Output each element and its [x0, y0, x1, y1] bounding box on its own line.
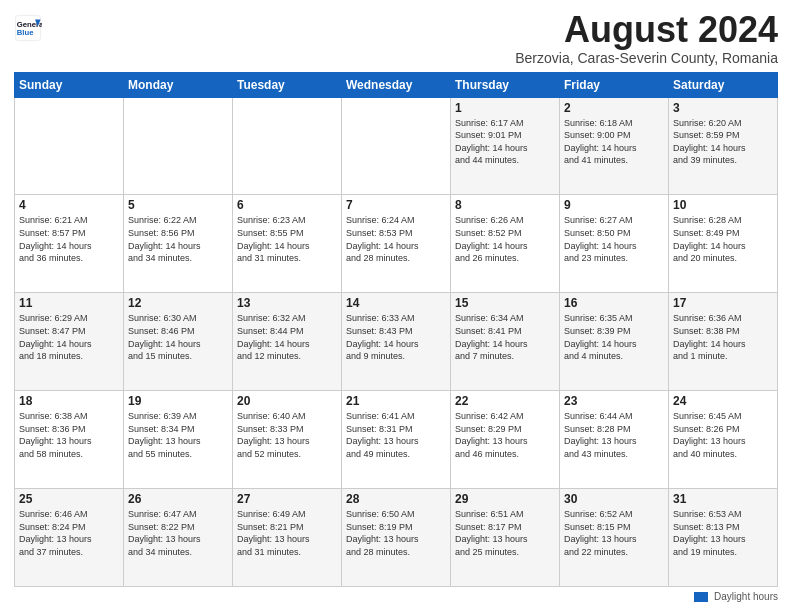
day-info: Sunrise: 6:40 AM Sunset: 8:33 PM Dayligh…	[237, 410, 337, 460]
day-info: Sunrise: 6:17 AM Sunset: 9:01 PM Dayligh…	[455, 117, 555, 167]
day-info: Sunrise: 6:30 AM Sunset: 8:46 PM Dayligh…	[128, 312, 228, 362]
calendar-day: 22Sunrise: 6:42 AM Sunset: 8:29 PM Dayli…	[451, 391, 560, 489]
calendar-day: 7Sunrise: 6:24 AM Sunset: 8:53 PM Daylig…	[342, 195, 451, 293]
day-number: 23	[564, 394, 664, 408]
day-info: Sunrise: 6:34 AM Sunset: 8:41 PM Dayligh…	[455, 312, 555, 362]
top-section: General Blue August 2024 Berzovia, Caras…	[14, 10, 778, 66]
calendar-day: 2Sunrise: 6:18 AM Sunset: 9:00 PM Daylig…	[560, 97, 669, 195]
day-number: 27	[237, 492, 337, 506]
day-info: Sunrise: 6:24 AM Sunset: 8:53 PM Dayligh…	[346, 214, 446, 264]
weekday-header-monday: Monday	[124, 72, 233, 97]
calendar-day: 12Sunrise: 6:30 AM Sunset: 8:46 PM Dayli…	[124, 293, 233, 391]
calendar-day: 3Sunrise: 6:20 AM Sunset: 8:59 PM Daylig…	[669, 97, 778, 195]
calendar-day: 21Sunrise: 6:41 AM Sunset: 8:31 PM Dayli…	[342, 391, 451, 489]
day-number: 18	[19, 394, 119, 408]
calendar-day: 18Sunrise: 6:38 AM Sunset: 8:36 PM Dayli…	[15, 391, 124, 489]
footer: Daylight hours	[14, 591, 778, 602]
weekday-header-thursday: Thursday	[451, 72, 560, 97]
weekday-header-wednesday: Wednesday	[342, 72, 451, 97]
day-info: Sunrise: 6:50 AM Sunset: 8:19 PM Dayligh…	[346, 508, 446, 558]
calendar-day: 31Sunrise: 6:53 AM Sunset: 8:13 PM Dayli…	[669, 489, 778, 587]
calendar-day: 28Sunrise: 6:50 AM Sunset: 8:19 PM Dayli…	[342, 489, 451, 587]
calendar-day	[15, 97, 124, 195]
subtitle: Berzovia, Caras-Severin County, Romania	[515, 50, 778, 66]
calendar-day: 16Sunrise: 6:35 AM Sunset: 8:39 PM Dayli…	[560, 293, 669, 391]
calendar-body: 1Sunrise: 6:17 AM Sunset: 9:01 PM Daylig…	[15, 97, 778, 586]
day-number: 19	[128, 394, 228, 408]
day-number: 16	[564, 296, 664, 310]
legend-color-box	[694, 592, 708, 602]
calendar-day: 14Sunrise: 6:33 AM Sunset: 8:43 PM Dayli…	[342, 293, 451, 391]
page: General Blue August 2024 Berzovia, Caras…	[0, 0, 792, 612]
day-number: 31	[673, 492, 773, 506]
calendar-day: 30Sunrise: 6:52 AM Sunset: 8:15 PM Dayli…	[560, 489, 669, 587]
day-info: Sunrise: 6:20 AM Sunset: 8:59 PM Dayligh…	[673, 117, 773, 167]
day-info: Sunrise: 6:28 AM Sunset: 8:49 PM Dayligh…	[673, 214, 773, 264]
calendar-day: 19Sunrise: 6:39 AM Sunset: 8:34 PM Dayli…	[124, 391, 233, 489]
calendar-day: 17Sunrise: 6:36 AM Sunset: 8:38 PM Dayli…	[669, 293, 778, 391]
day-info: Sunrise: 6:32 AM Sunset: 8:44 PM Dayligh…	[237, 312, 337, 362]
day-info: Sunrise: 6:44 AM Sunset: 8:28 PM Dayligh…	[564, 410, 664, 460]
day-number: 24	[673, 394, 773, 408]
day-info: Sunrise: 6:47 AM Sunset: 8:22 PM Dayligh…	[128, 508, 228, 558]
day-number: 5	[128, 198, 228, 212]
day-info: Sunrise: 6:52 AM Sunset: 8:15 PM Dayligh…	[564, 508, 664, 558]
day-number: 11	[19, 296, 119, 310]
day-info: Sunrise: 6:39 AM Sunset: 8:34 PM Dayligh…	[128, 410, 228, 460]
day-info: Sunrise: 6:29 AM Sunset: 8:47 PM Dayligh…	[19, 312, 119, 362]
calendar-day: 4Sunrise: 6:21 AM Sunset: 8:57 PM Daylig…	[15, 195, 124, 293]
calendar-day: 27Sunrise: 6:49 AM Sunset: 8:21 PM Dayli…	[233, 489, 342, 587]
day-number: 26	[128, 492, 228, 506]
day-info: Sunrise: 6:36 AM Sunset: 8:38 PM Dayligh…	[673, 312, 773, 362]
day-number: 8	[455, 198, 555, 212]
day-number: 21	[346, 394, 446, 408]
month-title: August 2024	[515, 10, 778, 50]
weekday-header-saturday: Saturday	[669, 72, 778, 97]
calendar-week-5: 25Sunrise: 6:46 AM Sunset: 8:24 PM Dayli…	[15, 489, 778, 587]
day-info: Sunrise: 6:51 AM Sunset: 8:17 PM Dayligh…	[455, 508, 555, 558]
calendar-table: SundayMondayTuesdayWednesdayThursdayFrid…	[14, 72, 778, 587]
day-number: 28	[346, 492, 446, 506]
day-number: 6	[237, 198, 337, 212]
day-number: 20	[237, 394, 337, 408]
day-number: 3	[673, 101, 773, 115]
calendar-day: 10Sunrise: 6:28 AM Sunset: 8:49 PM Dayli…	[669, 195, 778, 293]
calendar-day	[124, 97, 233, 195]
logo-icon: General Blue	[14, 14, 42, 42]
day-info: Sunrise: 6:38 AM Sunset: 8:36 PM Dayligh…	[19, 410, 119, 460]
calendar-week-4: 18Sunrise: 6:38 AM Sunset: 8:36 PM Dayli…	[15, 391, 778, 489]
calendar-day: 26Sunrise: 6:47 AM Sunset: 8:22 PM Dayli…	[124, 489, 233, 587]
day-number: 15	[455, 296, 555, 310]
calendar-week-3: 11Sunrise: 6:29 AM Sunset: 8:47 PM Dayli…	[15, 293, 778, 391]
calendar-week-2: 4Sunrise: 6:21 AM Sunset: 8:57 PM Daylig…	[15, 195, 778, 293]
calendar-day	[233, 97, 342, 195]
calendar-day: 25Sunrise: 6:46 AM Sunset: 8:24 PM Dayli…	[15, 489, 124, 587]
calendar-day: 13Sunrise: 6:32 AM Sunset: 8:44 PM Dayli…	[233, 293, 342, 391]
calendar-day: 15Sunrise: 6:34 AM Sunset: 8:41 PM Dayli…	[451, 293, 560, 391]
day-info: Sunrise: 6:33 AM Sunset: 8:43 PM Dayligh…	[346, 312, 446, 362]
day-number: 17	[673, 296, 773, 310]
day-info: Sunrise: 6:42 AM Sunset: 8:29 PM Dayligh…	[455, 410, 555, 460]
day-info: Sunrise: 6:45 AM Sunset: 8:26 PM Dayligh…	[673, 410, 773, 460]
day-info: Sunrise: 6:46 AM Sunset: 8:24 PM Dayligh…	[19, 508, 119, 558]
day-info: Sunrise: 6:53 AM Sunset: 8:13 PM Dayligh…	[673, 508, 773, 558]
day-info: Sunrise: 6:41 AM Sunset: 8:31 PM Dayligh…	[346, 410, 446, 460]
day-info: Sunrise: 6:35 AM Sunset: 8:39 PM Dayligh…	[564, 312, 664, 362]
day-number: 22	[455, 394, 555, 408]
calendar-day: 29Sunrise: 6:51 AM Sunset: 8:17 PM Dayli…	[451, 489, 560, 587]
calendar-day: 8Sunrise: 6:26 AM Sunset: 8:52 PM Daylig…	[451, 195, 560, 293]
day-info: Sunrise: 6:26 AM Sunset: 8:52 PM Dayligh…	[455, 214, 555, 264]
day-info: Sunrise: 6:22 AM Sunset: 8:56 PM Dayligh…	[128, 214, 228, 264]
day-number: 7	[346, 198, 446, 212]
legend-label: Daylight hours	[714, 591, 778, 602]
calendar-day: 24Sunrise: 6:45 AM Sunset: 8:26 PM Dayli…	[669, 391, 778, 489]
day-number: 2	[564, 101, 664, 115]
calendar-day: 23Sunrise: 6:44 AM Sunset: 8:28 PM Dayli…	[560, 391, 669, 489]
day-number: 14	[346, 296, 446, 310]
day-info: Sunrise: 6:49 AM Sunset: 8:21 PM Dayligh…	[237, 508, 337, 558]
weekday-header-row: SundayMondayTuesdayWednesdayThursdayFrid…	[15, 72, 778, 97]
calendar-day: 1Sunrise: 6:17 AM Sunset: 9:01 PM Daylig…	[451, 97, 560, 195]
calendar-day	[342, 97, 451, 195]
weekday-header-tuesday: Tuesday	[233, 72, 342, 97]
calendar-week-1: 1Sunrise: 6:17 AM Sunset: 9:01 PM Daylig…	[15, 97, 778, 195]
